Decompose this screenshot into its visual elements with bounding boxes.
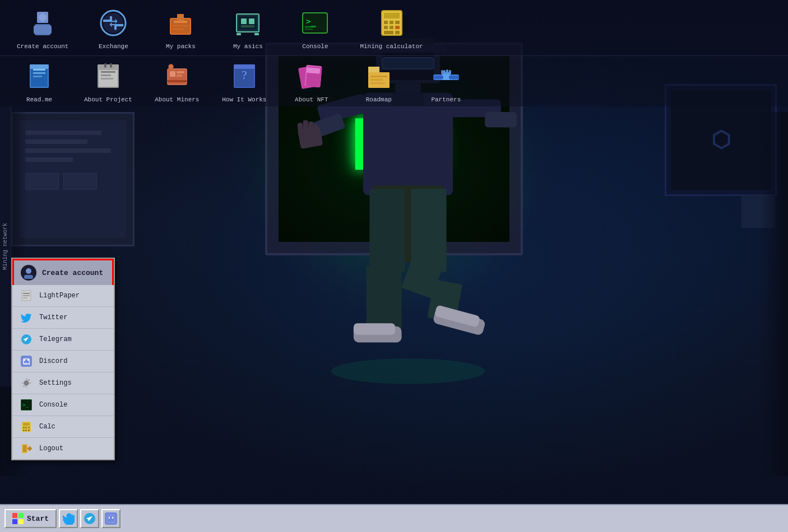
svg-rect-52 bbox=[237, 33, 241, 35]
nav-mining-calculator[interactable]: Mining calculator bbox=[360, 6, 423, 50]
svg-rect-51 bbox=[241, 25, 254, 27]
dropdown-lightpaper-label: LightPaper bbox=[39, 292, 80, 300]
taskbar-discord-icon bbox=[105, 512, 117, 525]
taskbar-discord[interactable] bbox=[101, 509, 120, 528]
svg-rect-136 bbox=[28, 430, 30, 431]
twitter-icon bbox=[20, 311, 33, 324]
my-packs-icon bbox=[166, 8, 195, 38]
dropdown-header-label: Create account bbox=[42, 269, 103, 277]
svg-rect-38 bbox=[110, 16, 112, 22]
nav-my-packs[interactable]: My packs bbox=[158, 6, 203, 50]
start-button[interactable]: Start bbox=[4, 509, 57, 528]
my-asics-label: My asics bbox=[233, 43, 263, 50]
nav-create-account[interactable]: Create account bbox=[17, 6, 68, 50]
svg-rect-106 bbox=[370, 82, 385, 84]
create-account-icon bbox=[28, 8, 57, 38]
second-taskbar: Read.me About Project bbox=[0, 56, 788, 106]
dropdown-item-logout[interactable]: Logout bbox=[12, 438, 114, 459]
svg-rect-80 bbox=[101, 78, 113, 80]
svg-rect-61 bbox=[384, 21, 388, 24]
svg-rect-85 bbox=[170, 71, 175, 77]
svg-rect-82 bbox=[104, 63, 106, 68]
mining-calculator-icon-box bbox=[375, 6, 409, 40]
svg-rect-111 bbox=[446, 69, 448, 74]
settings-svg-icon bbox=[21, 377, 32, 389]
nav-my-asics[interactable]: My asics bbox=[225, 6, 270, 50]
dropdown-item-settings[interactable]: Settings bbox=[12, 372, 114, 394]
calc-menu-icon bbox=[20, 421, 33, 433]
svg-rect-113 bbox=[441, 70, 443, 74]
svg-rect-119 bbox=[23, 293, 30, 294]
logout-svg-icon bbox=[21, 443, 32, 454]
about-miners-icon bbox=[163, 62, 191, 90]
svg-rect-73 bbox=[33, 76, 42, 77]
nav-console[interactable]: >_ Console bbox=[293, 6, 337, 50]
svg-rect-134 bbox=[23, 430, 25, 431]
svg-rect-15 bbox=[313, 124, 318, 136]
taskbar-twitter-icon bbox=[62, 512, 75, 525]
svg-rect-133 bbox=[28, 427, 30, 428]
dropdown-telegram-label: Telegram bbox=[39, 335, 72, 343]
side-panel: Mining network bbox=[0, 106, 11, 386]
my-packs-label: My packs bbox=[166, 43, 196, 50]
create-account-icon-box bbox=[26, 6, 59, 40]
user-pixel-icon bbox=[22, 267, 35, 279]
svg-rect-56 bbox=[305, 26, 316, 27]
dropdown-item-console[interactable]: >_ Console bbox=[12, 394, 114, 416]
svg-rect-142 bbox=[12, 519, 17, 524]
telegram-icon bbox=[20, 333, 33, 346]
svg-rect-13 bbox=[303, 120, 308, 134]
create-account-label: Create account bbox=[17, 43, 68, 50]
dropdown-header-create-account[interactable]: Create account bbox=[12, 259, 114, 285]
svg-rect-45 bbox=[173, 25, 188, 26]
svg-rect-72 bbox=[33, 72, 45, 74]
settings-icon bbox=[20, 377, 33, 389]
dropdown-item-telegram[interactable]: Telegram bbox=[12, 329, 114, 351]
nav-how-it-works[interactable]: ? How It Works bbox=[222, 59, 267, 103]
svg-text:>_: >_ bbox=[306, 17, 316, 26]
taskbar-telegram[interactable] bbox=[80, 509, 99, 528]
svg-rect-12 bbox=[297, 123, 303, 136]
taskbar-twitter[interactable] bbox=[59, 509, 78, 528]
svg-rect-138 bbox=[23, 445, 26, 452]
nav-readme[interactable]: Read.me bbox=[17, 59, 62, 103]
svg-rect-71 bbox=[33, 69, 45, 71]
nav-roadmap[interactable]: Roadmap bbox=[356, 59, 401, 103]
svg-rect-145 bbox=[105, 512, 117, 525]
svg-rect-43 bbox=[177, 14, 184, 22]
mining-calculator-icon bbox=[377, 8, 406, 38]
lightpaper-svg-icon bbox=[21, 290, 32, 301]
lightpaper-icon bbox=[20, 290, 33, 302]
nav-about-project[interactable]: About Project bbox=[84, 59, 132, 103]
svg-rect-60 bbox=[384, 13, 400, 18]
console-label: Console bbox=[302, 43, 328, 50]
dropdown-menu: Create account LightPaper Twitter bbox=[11, 258, 115, 460]
dropdown-item-twitter[interactable]: Twitter bbox=[12, 307, 114, 329]
nav-partners[interactable]: Partners bbox=[424, 59, 469, 103]
start-label: Start bbox=[27, 515, 49, 523]
svg-rect-110 bbox=[443, 70, 446, 74]
exchange-icon-box: ⇄ bbox=[96, 6, 130, 40]
roadmap-icon bbox=[365, 62, 393, 90]
svg-rect-88 bbox=[168, 80, 187, 82]
nav-about-miners[interactable]: About Miners bbox=[155, 59, 200, 103]
logout-icon bbox=[20, 442, 33, 455]
my-asics-icon-box bbox=[231, 6, 265, 40]
svg-rect-83 bbox=[110, 63, 112, 68]
svg-rect-19 bbox=[369, 189, 405, 272]
svg-point-116 bbox=[26, 268, 31, 274]
svg-rect-121 bbox=[23, 297, 27, 298]
partners-icon bbox=[432, 62, 460, 90]
dropdown-item-lightpaper[interactable]: LightPaper bbox=[12, 285, 114, 307]
svg-rect-62 bbox=[390, 21, 393, 24]
about-project-icon-box bbox=[91, 59, 125, 93]
nav-about-nft[interactable]: About NFT bbox=[289, 59, 334, 103]
nav-exchange[interactable]: ⇄ Exchange bbox=[91, 6, 136, 50]
svg-rect-78 bbox=[101, 71, 115, 73]
dropdown-settings-label: Settings bbox=[39, 379, 72, 387]
dropdown-item-discord[interactable]: Discord bbox=[12, 351, 114, 372]
dropdown-discord-label: Discord bbox=[39, 357, 67, 365]
dropdown-item-calc[interactable]: Calc bbox=[12, 416, 114, 438]
svg-text:?: ? bbox=[242, 68, 247, 82]
svg-rect-132 bbox=[25, 427, 27, 428]
